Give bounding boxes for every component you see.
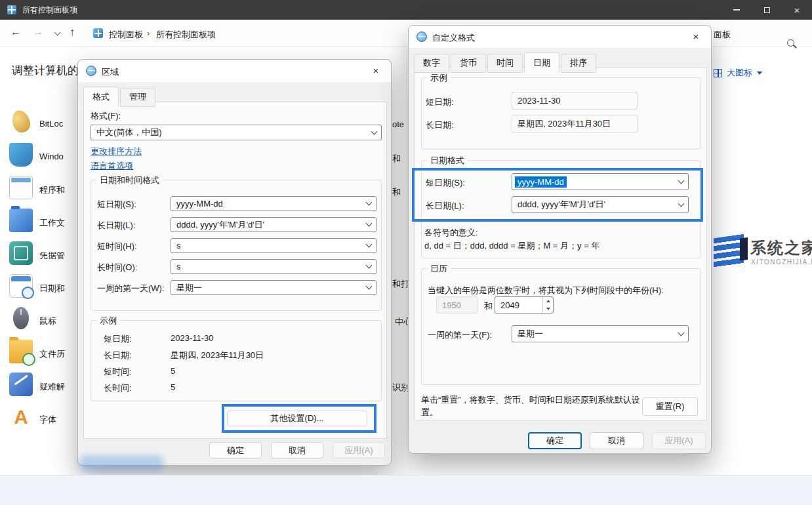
mouse-icon <box>13 307 29 329</box>
format-label: 格式(F): <box>91 110 121 122</box>
short-date-combobox[interactable]: yyyy-MM-dd <box>171 196 376 211</box>
symbols-text: d, dd = 日；ddd, dddd = 星期；M = 月；y = 年 <box>424 240 599 252</box>
year-to-spinner[interactable]: 2049 <box>495 296 554 313</box>
language-preferences-link[interactable]: 语言首选项 <box>91 160 133 172</box>
long-date-combobox[interactable]: dddd, yyyy'年'M'月'd'日' <box>512 196 689 213</box>
forward-button[interactable]: → <box>33 26 43 38</box>
year-from-field: 1950 <box>436 296 478 313</box>
cp-item-programs[interactable]: 程序和 <box>0 176 79 205</box>
chevron-down-icon <box>678 200 685 207</box>
year-to-value[interactable]: 2049 <box>495 297 542 313</box>
first-day-value: 星期一 <box>518 328 543 340</box>
short-time-label: 短时间(H): <box>97 241 137 253</box>
background-item-fragment: 和 <box>392 153 401 165</box>
region-dialog-icon <box>86 66 96 76</box>
up-button[interactable]: ↑ <box>70 26 75 38</box>
example-short-date-value: 2023-11-30 <box>171 333 214 343</box>
spinner-buttons <box>542 297 553 313</box>
short-date-combobox[interactable]: yyyy-MM-dd <box>512 173 689 190</box>
long-date-label: 长日期(L): <box>97 220 136 232</box>
maximize-button[interactable] <box>752 0 782 20</box>
cp-item-mouse[interactable]: 鼠标 <box>0 307 79 336</box>
breadcrumb-root[interactable]: 控制面板 <box>109 29 143 41</box>
cp-item-credential-manager[interactable]: 凭据管 <box>0 241 79 270</box>
format-combobox[interactable]: 中文(简体，中国) <box>91 125 382 140</box>
watermark-domain: XITONGZHIJIA.NET <box>751 258 812 266</box>
large-icons-icon <box>714 69 722 77</box>
chevron-down-icon <box>757 71 762 75</box>
ok-button[interactable]: 确定 <box>528 432 582 449</box>
cp-item-bitlocker[interactable]: BitLoc <box>0 110 79 139</box>
customize-close-button[interactable]: × <box>686 28 706 45</box>
spin-up-button[interactable] <box>543 297 553 305</box>
first-day-value: 星期一 <box>176 282 202 294</box>
taskbar: 搜索 中 拼 2023-11-30 <box>0 475 812 505</box>
file-history-icon <box>9 340 33 363</box>
tab-time[interactable]: 时间 <box>487 54 523 73</box>
close-button[interactable]: × <box>782 0 812 20</box>
cp-item-fonts[interactable]: A 字体 <box>0 405 79 434</box>
example-long-time-label: 长时间: <box>104 382 132 394</box>
example-long-date-value: 星期四, 2023年11月30日 <box>171 350 264 361</box>
recent-pages-chevron-icon[interactable] <box>54 30 61 36</box>
reset-note: 单击“重置”，将数字、货币、时间和日期还原到系统默认设置。 <box>421 394 643 418</box>
apply-button: 应用(A) <box>333 442 385 458</box>
first-day-combobox[interactable]: 星期一 <box>171 280 376 295</box>
apply-button: 应用(A) <box>652 432 706 449</box>
long-date-combobox[interactable]: dddd, yyyy'年'M'月'd'日' <box>171 217 376 232</box>
example-short-date-label: 短日期: <box>104 333 132 345</box>
view-selector[interactable]: 大图标 <box>714 67 762 79</box>
date-format-group-title: 日期格式 <box>427 155 468 167</box>
watermark: 系统之家 XITONGZHIJIA.NET <box>714 233 744 264</box>
tab-formats[interactable]: 格式 <box>83 87 119 107</box>
tab-date[interactable]: 日期 <box>524 52 559 73</box>
cp-item-date-time[interactable]: 日期和 <box>0 274 79 303</box>
cp-item-work-folders[interactable]: 工作文 <box>0 209 79 237</box>
chevron-down-icon <box>366 199 373 206</box>
first-day-label: 一周的第一天(F): <box>428 329 492 341</box>
year-and-label: 和 <box>484 300 493 312</box>
short-date-value: yyyy-MM-dd <box>176 199 223 209</box>
tab-numbers[interactable]: 数字 <box>414 54 449 73</box>
tab-administrative[interactable]: 管理 <box>120 88 155 107</box>
window-title: 所有控制面板项 <box>22 5 77 16</box>
long-time-value: s <box>176 262 181 272</box>
spin-up-icon <box>546 300 550 302</box>
first-day-combobox[interactable]: 星期一 <box>512 325 689 342</box>
customize-dialog-title: 自定义格式 <box>432 32 475 44</box>
ok-button[interactable]: 确定 <box>209 442 262 458</box>
long-time-combobox[interactable]: s <box>171 259 376 274</box>
tab-sorting[interactable]: 排序 <box>561 54 596 73</box>
symbols-title: 各符号的意义: <box>424 227 478 239</box>
cancel-button[interactable]: 取消 <box>590 432 643 449</box>
tab-currency[interactable]: 货币 <box>451 54 486 73</box>
region-dialog-titlebar <box>78 60 391 82</box>
watermark-name: 系统之家 <box>750 237 812 258</box>
format-value: 中文(简体，中国) <box>96 127 162 138</box>
cancel-button[interactable]: 取消 <box>271 442 323 458</box>
reset-button[interactable]: 重置(R) <box>642 397 698 416</box>
region-close-button[interactable]: × <box>366 62 386 79</box>
breadcrumb-current[interactable]: 所有控制面板项 <box>156 29 216 41</box>
example-short-time-value: 5 <box>171 366 175 376</box>
search-input[interactable]: 面板 <box>714 29 731 41</box>
cp-item-windows-tools[interactable]: Windo <box>0 143 79 172</box>
short-time-combobox[interactable]: s <box>171 238 376 253</box>
additional-settings-button[interactable]: 其他设置(D)... <box>227 411 367 426</box>
minimize-button[interactable] <box>721 0 752 20</box>
cp-item-file-history[interactable]: 文件历 <box>0 340 79 369</box>
cp-item-troubleshooting[interactable]: 疑难解 <box>0 373 79 401</box>
example-short-date-label: 短日期: <box>426 96 454 108</box>
background-item-fragment: 识别 <box>392 382 409 394</box>
spin-down-button[interactable] <box>543 305 553 313</box>
short-date-label: 短日期(S): <box>97 199 136 211</box>
search-icon[interactable] <box>787 39 794 47</box>
change-sort-link[interactable]: 更改排序方法 <box>91 146 142 157</box>
back-button[interactable]: ← <box>10 26 21 38</box>
background-item-fragment: 和打 <box>392 278 409 290</box>
example-group-title: 示例 <box>427 72 451 84</box>
chevron-down-icon <box>366 220 373 227</box>
long-date-value: dddd, yyyy'年'M'月'd'日' <box>176 219 264 231</box>
year-range-prompt: 当键入的年份是两位数字时，将其视为下列时间段中的年份(H): <box>428 285 664 296</box>
customize-date-page: 示例 短日期: 2023-11-30 长日期: 星期四, 2023年11月30日… <box>414 68 707 420</box>
